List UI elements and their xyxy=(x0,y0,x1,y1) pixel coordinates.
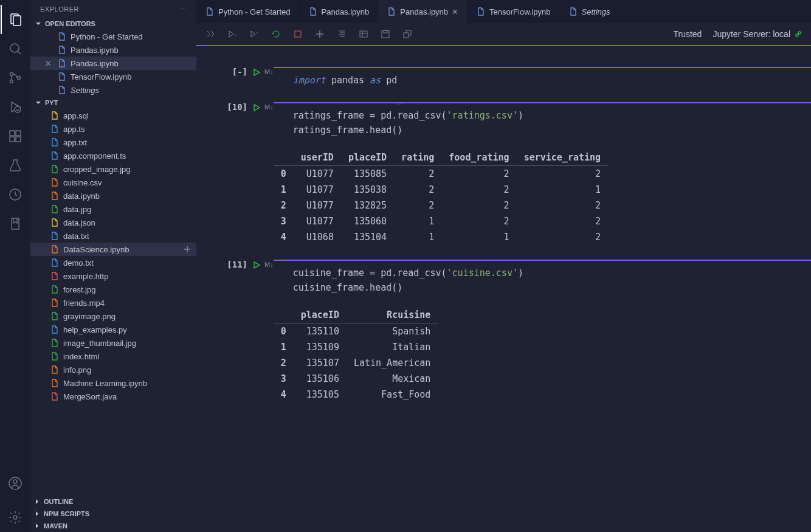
file-item[interactable]: MergeSort.java xyxy=(30,390,196,403)
file-item[interactable]: app.sql xyxy=(30,109,196,122)
open-editor-item[interactable]: Settings xyxy=(30,83,196,97)
markdown-toggle[interactable]: M↓ xyxy=(264,103,274,111)
bookmark-activity-icon[interactable] xyxy=(1,209,30,238)
jupyter-server-status[interactable]: Jupyter Server: local xyxy=(713,29,802,39)
tab[interactable]: Pandas.ipynb✕ xyxy=(378,0,468,23)
workspace-header[interactable]: PYT xyxy=(30,97,196,109)
close-icon[interactable]: ✕ xyxy=(45,59,53,68)
file-item[interactable]: example.http xyxy=(30,269,196,283)
extensions-activity-icon[interactable] xyxy=(1,122,30,151)
code-content[interactable]: cuisine_frame = pd.read_csv('cuisine.csv… xyxy=(274,266,811,295)
file-item[interactable]: app.txt xyxy=(30,136,196,149)
file-item[interactable]: forest.jpg xyxy=(30,283,196,296)
more-icon[interactable]: ⋯ xyxy=(180,5,187,13)
file-item[interactable]: index.html xyxy=(30,350,196,363)
run-below-icon[interactable] xyxy=(249,29,260,40)
run-all-icon[interactable] xyxy=(205,29,216,40)
file-item[interactable]: data.jpg xyxy=(30,202,196,216)
file-item[interactable]: demo.txt xyxy=(30,256,196,269)
tab[interactable]: Pandas.ipynb xyxy=(300,0,379,23)
file-label: demo.txt xyxy=(63,258,94,268)
history-activity-icon[interactable] xyxy=(1,180,30,209)
markdown-toggle[interactable]: M↓ xyxy=(264,261,274,268)
file-item[interactable]: grayimage.png xyxy=(30,309,196,323)
file-item[interactable]: image_thumbnail.jpg xyxy=(30,336,196,350)
file-item[interactable]: cuisine.csv xyxy=(30,176,196,189)
file-icon xyxy=(57,32,67,41)
open-editor-item[interactable]: Pandas.ipynb xyxy=(30,43,196,57)
svg-marker-22 xyxy=(251,31,255,37)
markdown-toggle[interactable]: M↓ xyxy=(264,68,274,75)
file-item[interactable]: friends.mp4 xyxy=(30,296,196,309)
tab[interactable]: TensorFlow.ipynb xyxy=(468,0,559,23)
chevron-right-icon xyxy=(34,511,41,517)
notebook-cell[interactable]: [11] M↓ cuisine_frame = pd.read_csv('cui… xyxy=(196,257,811,415)
account-activity-icon[interactable] xyxy=(1,469,30,498)
fold-up-icon[interactable] xyxy=(397,100,404,107)
open-editor-item[interactable]: Python - Get Started xyxy=(30,30,196,43)
open-editor-item[interactable]: ✕Pandas.ipynb xyxy=(30,57,196,70)
notebook-cell[interactable]: [10] M↓ ratings_frame = pd.read_csv('rat… xyxy=(196,100,811,257)
file-icon xyxy=(50,285,60,294)
file-item[interactable]: app.ts xyxy=(30,122,196,136)
explorer-activity-icon[interactable] xyxy=(1,5,30,34)
open-editors-header[interactable]: OPEN EDITORS xyxy=(30,18,196,30)
run-cell-icon[interactable] xyxy=(252,103,261,112)
file-item[interactable]: data.txt xyxy=(30,229,196,243)
save-icon[interactable] xyxy=(380,29,391,40)
file-item[interactable]: data.json xyxy=(30,216,196,229)
variables-icon[interactable] xyxy=(358,29,369,40)
svg-marker-40 xyxy=(254,69,260,75)
close-icon[interactable]: ✕ xyxy=(452,7,458,16)
run-cell-icon[interactable] xyxy=(252,261,261,269)
restart-kernel-icon[interactable] xyxy=(271,29,281,40)
file-label: TensorFlow.ipynb xyxy=(71,72,131,81)
interrupt-kernel-icon[interactable] xyxy=(292,29,303,40)
file-label: grayimage.png xyxy=(63,312,116,321)
code-content[interactable]: ratings_frame = pd.read_csv('ratings.csv… xyxy=(274,108,811,137)
file-label: app.ts xyxy=(63,125,85,134)
tab[interactable]: Settings xyxy=(560,0,619,23)
file-item[interactable]: info.png xyxy=(30,363,196,376)
file-icon xyxy=(50,298,60,308)
file-item[interactable]: data.ipynb xyxy=(30,189,196,202)
trusted-status[interactable]: Trusted xyxy=(673,29,702,39)
file-label: Settings xyxy=(71,86,99,95)
new-file-icon[interactable] xyxy=(183,245,192,254)
source-control-activity-icon[interactable] xyxy=(1,63,30,92)
fold-down-icon[interactable] xyxy=(397,109,404,117)
run-above-icon[interactable] xyxy=(227,29,238,40)
svg-rect-12 xyxy=(16,137,21,142)
file-label: Pandas.ipynb xyxy=(71,46,119,55)
svg-rect-9 xyxy=(10,131,15,136)
file-icon xyxy=(50,178,60,187)
settings-activity-icon[interactable] xyxy=(1,503,30,532)
search-activity-icon[interactable] xyxy=(1,34,30,63)
clear-output-icon[interactable] xyxy=(336,29,347,40)
tab-label: Pandas.ipynb xyxy=(400,7,448,16)
file-label: data.ipynb xyxy=(63,192,100,201)
file-item[interactable]: DataScience.ipynb xyxy=(30,243,196,256)
notebook-cell[interactable]: [-] M↓ import pandas as pd xyxy=(196,64,811,100)
file-icon xyxy=(50,378,60,388)
code-content[interactable]: import pandas as pd xyxy=(274,73,811,88)
test-activity-icon[interactable] xyxy=(1,151,30,180)
file-item[interactable]: help_examples.py xyxy=(30,323,196,336)
run-cell-icon[interactable] xyxy=(252,68,261,77)
output-table: placeIDRcuisine0135110Spanish1135109Ital… xyxy=(274,307,438,402)
section-header[interactable]: OUTLINE xyxy=(30,496,196,508)
svg-marker-41 xyxy=(254,105,260,111)
export-icon[interactable] xyxy=(402,29,413,40)
file-icon xyxy=(50,164,60,174)
file-item[interactable]: Machine Learning.ipynb xyxy=(30,376,196,390)
section-header[interactable]: NPM SCRIPTS xyxy=(30,508,196,520)
open-editor-item[interactable]: TensorFlow.ipynb xyxy=(30,70,196,83)
run-debug-activity-icon[interactable] xyxy=(1,92,30,122)
add-cell-icon[interactable] xyxy=(314,29,325,40)
tab[interactable]: Python - Get Started xyxy=(196,0,300,23)
chevron-right-icon xyxy=(34,523,41,529)
file-label: example.http xyxy=(63,272,108,281)
file-item[interactable]: cropped_image.jpg xyxy=(30,162,196,176)
file-item[interactable]: app.component.ts xyxy=(30,149,196,162)
section-header[interactable]: MAVEN xyxy=(30,520,196,532)
